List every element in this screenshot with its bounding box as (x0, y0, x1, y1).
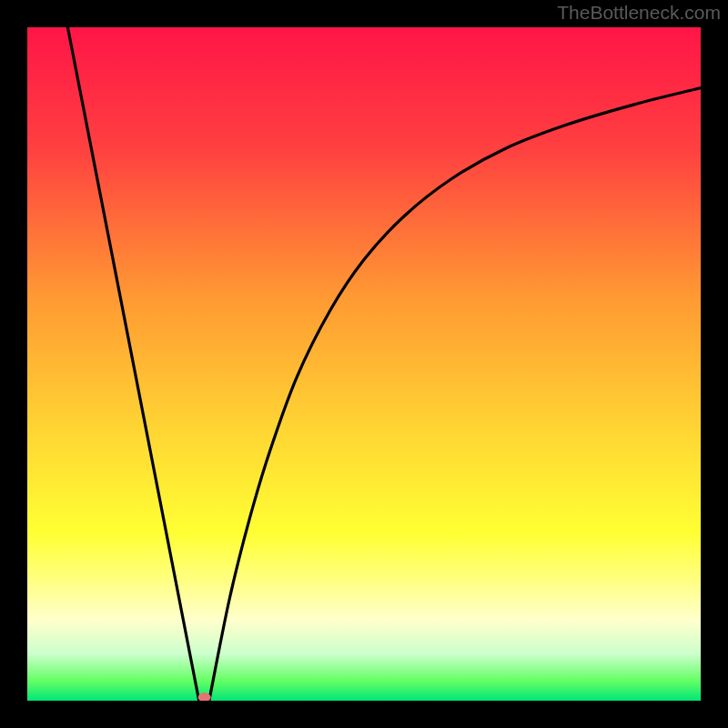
watermark-text: TheBottleneck.com (557, 2, 721, 24)
chart-plot-area (27, 27, 701, 701)
gradient-background (27, 27, 701, 701)
chart-svg (27, 27, 701, 701)
